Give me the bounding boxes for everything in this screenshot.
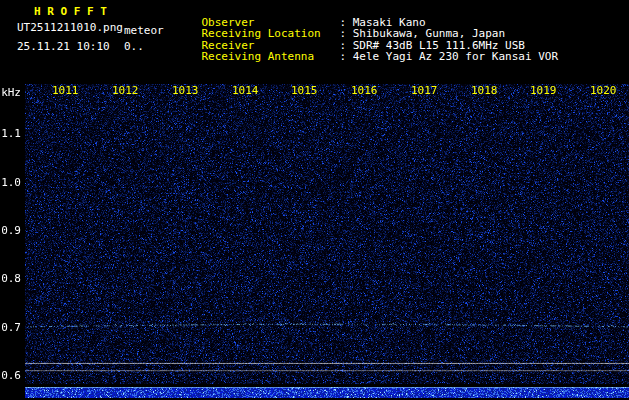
station-info: Observer: Masaki Kano Receiving Location… [175, 5, 558, 51]
freq-label: 1.0 [0, 176, 21, 189]
hrofft-screen: { "app": { "title": "H R O F F T", "file… [0, 0, 629, 400]
info-row-observer: Observer: Masaki Kano [175, 5, 558, 17]
app-title: H R O F F T [34, 5, 107, 18]
file-name: UT2511211010.png [17, 21, 123, 34]
info-label: Receiving Location [202, 28, 340, 40]
observation-name: meteor [124, 24, 164, 37]
info-value: : 4ele Yagi Az 230 for Kansai VOR [340, 50, 559, 63]
counter: 0.. [124, 40, 144, 53]
freq-label: 0.7 [0, 321, 21, 334]
spectrogram-canvas [25, 84, 629, 398]
freq-label: 0.9 [0, 224, 21, 237]
freq-label: 1.1 [0, 127, 21, 140]
freq-unit-label: kHz [0, 86, 21, 99]
freq-label: 0.6 [0, 369, 21, 382]
info-label: Receiving Antenna [202, 51, 340, 63]
freq-label: 0.8 [0, 272, 21, 285]
timestamp: 25.11.21 10:10 [17, 40, 110, 53]
